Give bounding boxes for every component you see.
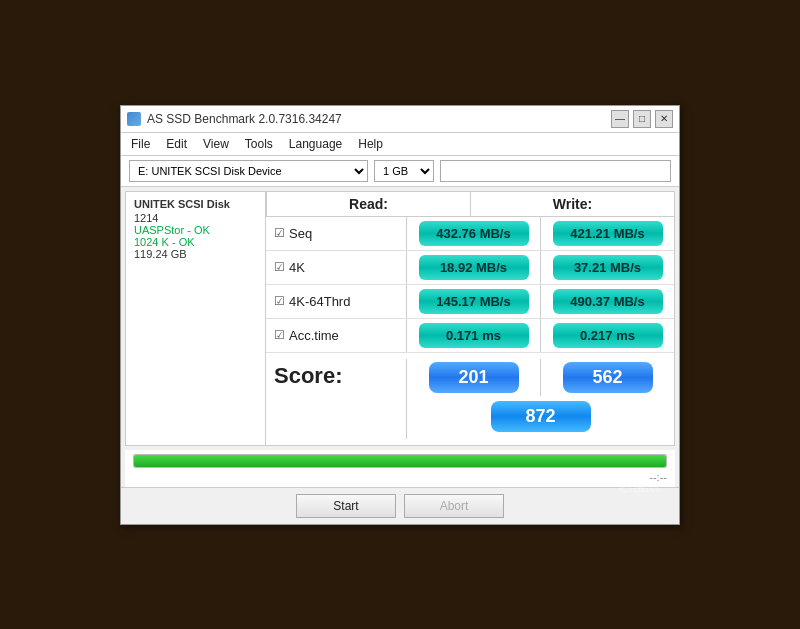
benchmark-table: Read: Write: ☑ Seq 432.76 MB/s 421.21 MB… <box>266 192 674 445</box>
progress-section: --:-- <box>125 450 675 487</box>
menu-file[interactable]: File <box>129 136 152 152</box>
menu-help[interactable]: Help <box>356 136 385 152</box>
title-bar: AS SSD Benchmark 2.0.7316.34247 — □ ✕ <box>121 106 679 133</box>
row-label-4k: ☑ 4K <box>266 255 406 280</box>
main-window: AS SSD Benchmark 2.0.7316.34247 — □ ✕ Fi… <box>120 105 680 525</box>
benchmark-area: UNITEK SCSI Disk 1214 UASPStor - OK 1024… <box>125 191 675 446</box>
row-label-4k64: ☑ 4K-64Thrd <box>266 289 406 314</box>
table-row: ☑ 4K-64Thrd 145.17 MB/s 490.37 MB/s <box>266 285 674 319</box>
menu-edit[interactable]: Edit <box>164 136 189 152</box>
table-header: Read: Write: <box>266 192 674 217</box>
score-total-value: 872 <box>491 401 591 432</box>
size-select[interactable]: 1 GB <box>374 160 434 182</box>
score-label: Score: <box>266 359 406 393</box>
acctime-write-value: 0.217 ms <box>553 323 663 348</box>
progress-time: --:-- <box>133 471 667 483</box>
close-button[interactable]: ✕ <box>655 110 673 128</box>
checkbox-4k[interactable]: ☑ <box>274 260 285 274</box>
score-read-value: 201 <box>429 362 519 393</box>
checkbox-4k64[interactable]: ☑ <box>274 294 285 308</box>
seq-write-cell: 421.21 MB/s <box>540 217 674 250</box>
read-header: Read: <box>266 192 470 216</box>
write-header: Write: <box>470 192 674 216</box>
checkbox-seq[interactable]: ☑ <box>274 226 285 240</box>
score-write-value: 562 <box>563 362 653 393</box>
menu-tools[interactable]: Tools <box>243 136 275 152</box>
extra-field <box>440 160 671 182</box>
toolbar: E: UNITEK SCSI Disk Device 1 GB <box>121 156 679 187</box>
progress-bar-fill <box>134 455 666 467</box>
row-label-acctime: ☑ Acc.time <box>266 323 406 348</box>
window-title: AS SSD Benchmark 2.0.7316.34247 <box>147 112 342 126</box>
abort-button[interactable]: Abort <box>404 494 504 518</box>
maximize-button[interactable]: □ <box>633 110 651 128</box>
table-row: ☑ Acc.time 0.171 ms 0.217 ms <box>266 319 674 353</box>
menu-bar: File Edit View Tools Language Help <box>121 133 679 156</box>
device-name: UNITEK SCSI Disk <box>134 198 257 210</box>
driver2-status: 1024 K - OK <box>134 236 257 248</box>
watermark: 笔点酷玩 <box>616 480 660 495</box>
start-button[interactable]: Start <box>296 494 396 518</box>
menu-language[interactable]: Language <box>287 136 344 152</box>
score-row: Score: 201 562 872 <box>266 353 674 445</box>
row-label-seq: ☑ Seq <box>266 221 406 246</box>
4k-read-value: 18.92 MB/s <box>419 255 529 280</box>
4k64-write-cell: 490.37 MB/s <box>540 285 674 318</box>
driver1-status: UASPStor - OK <box>134 224 257 236</box>
menu-view[interactable]: View <box>201 136 231 152</box>
minimize-button[interactable]: — <box>611 110 629 128</box>
table-row: ☑ 4K 18.92 MB/s 37.21 MB/s <box>266 251 674 285</box>
bottom-buttons: Start Abort <box>121 487 679 524</box>
progress-bar <box>133 454 667 468</box>
device-select[interactable]: E: UNITEK SCSI Disk Device <box>129 160 368 182</box>
score-top-row: 201 562 <box>407 359 674 396</box>
checkbox-acctime[interactable]: ☑ <box>274 328 285 342</box>
device-size: 119.24 GB <box>134 248 257 260</box>
seq-write-value: 421.21 MB/s <box>553 221 663 246</box>
4k64-read-value: 145.17 MB/s <box>419 289 529 314</box>
4k64-read-cell: 145.17 MB/s <box>406 285 540 318</box>
seq-read-cell: 432.76 MB/s <box>406 217 540 250</box>
device-model: 1214 <box>134 212 257 224</box>
seq-read-value: 432.76 MB/s <box>419 221 529 246</box>
table-row: ☑ Seq 432.76 MB/s 421.21 MB/s <box>266 217 674 251</box>
score-values: 201 562 872 <box>406 359 674 439</box>
acctime-write-cell: 0.217 ms <box>540 319 674 352</box>
acctime-read-value: 0.171 ms <box>419 323 529 348</box>
4k64-write-value: 490.37 MB/s <box>553 289 663 314</box>
4k-read-cell: 18.92 MB/s <box>406 251 540 284</box>
4k-write-cell: 37.21 MB/s <box>540 251 674 284</box>
app-icon <box>127 112 141 126</box>
acctime-read-cell: 0.171 ms <box>406 319 540 352</box>
device-info-panel: UNITEK SCSI Disk 1214 UASPStor - OK 1024… <box>126 192 266 445</box>
4k-write-value: 37.21 MB/s <box>553 255 663 280</box>
